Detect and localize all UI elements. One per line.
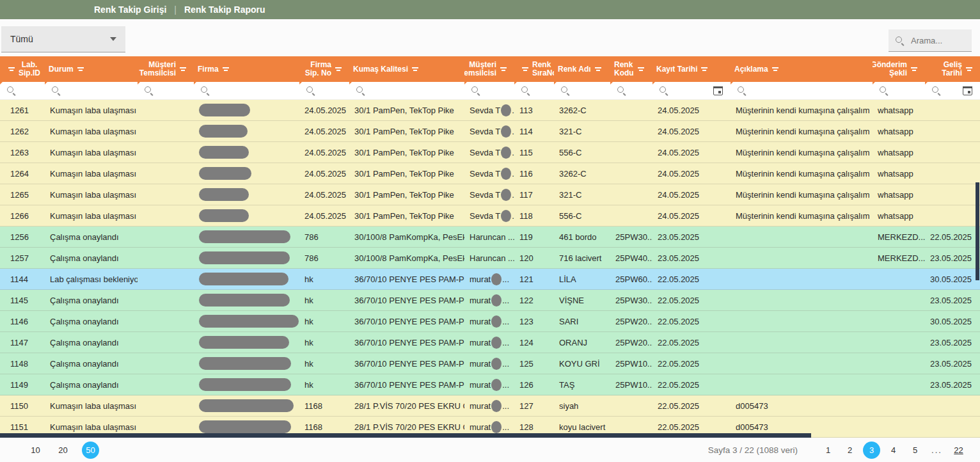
cell-lab-sip-id: 1150 [0,395,45,416]
filter-cell-musteri-temsilcisi-2[interactable] [464,82,514,99]
column-header-renk-sirano[interactable]: Renk SıraNo [514,56,554,82]
table-row[interactable]: 1264Kumaşın laba ulaşması ...24.05.20253… [0,163,980,184]
table-row[interactable]: 1263Kumaşın laba ulaşması ...24.05.20253… [0,142,980,163]
page-size-20[interactable]: 20 [54,442,72,459]
tab-renk-takip-raporu[interactable]: Renk Takip Raporu [177,4,273,15]
vertical-scrollbar-thumb[interactable] [976,182,979,280]
filter-cell-renk-sirano[interactable] [514,82,554,99]
filter-cell-firma[interactable] [194,82,299,99]
page-number-3[interactable]: 3 [863,442,880,459]
table-row[interactable]: 1262Kumaşın laba ulaşması ...24.05.20253… [0,121,980,142]
cell-musteri-temsilcisi-1 [138,248,194,268]
header-filter-icon[interactable] [335,67,342,72]
column-header-kumas-kalitesi[interactable]: Kumaş Kalitesi [349,56,464,82]
cell-kayit-tarihi: 22.05.2025 [652,290,731,310]
tab-renk-takip-girisi[interactable]: Renk Takip Girişi [86,4,174,15]
column-header-musteri-temsilcisi[interactable]: Müşteri Temsilcisi [138,56,194,82]
column-header-renk-adi[interactable]: Renk Adı [554,56,610,82]
cell-aciklama [731,290,873,310]
column-header-firma[interactable]: Firma [194,56,299,82]
page-number-5[interactable]: 5 [906,442,924,459]
page-size-10[interactable]: 10 [27,442,44,459]
cell-renk-adi: siyah [554,395,610,416]
header-filter-icon[interactable] [594,67,602,72]
page-size-50[interactable]: 50 [82,442,99,459]
filter-cell-aciklama[interactable] [731,82,873,99]
table-row[interactable]: 1265Kumaşın laba ulaşması ...24.05.20253… [0,184,980,205]
page-number-2[interactable]: 2 [841,442,858,459]
header-filter-icon[interactable] [411,67,419,72]
header-filter-icon[interactable] [8,67,15,72]
redaction-blob [491,294,502,307]
filter-cell-kayit-tarihi[interactable] [652,82,731,99]
calendar-icon[interactable] [963,86,972,95]
column-header-gonderim-sekli[interactable]: Gönderim Şekli [873,56,925,82]
table-row[interactable]: 1146Çalışma onaylandıhk36/70/10 PENYE PE… [0,311,980,332]
table-row[interactable]: 1256Çalışma onaylandı78630/100/8 PamKomp… [0,227,980,248]
cell-firma-sip-no: 24.05.2025 [299,142,349,163]
page-number-4[interactable]: 4 [885,442,902,459]
cell-kayit-tarihi: 22.05.2025 [652,332,731,353]
filter-dropdown[interactable]: Tümü [1,26,125,52]
column-header-firma-sip-no[interactable]: Firma Sip. No [299,56,349,82]
cell-kayit-tarihi: 24.05.2025 [652,163,731,184]
filter-cell-kumas-kalitesi[interactable] [349,82,464,99]
filter-cell-gelis-tarihi[interactable] [925,82,980,99]
column-header-renk-kodu[interactable]: Renk Kodu [610,56,652,82]
table-row[interactable]: 1257Çalışma onaylandı78630/100/8 PamKomp… [0,248,980,269]
table-row[interactable]: 1266Kumaşın laba ulaşması ...24.05.20253… [0,205,980,227]
table-row[interactable]: 1148Çalışma onaylandıhk36/70/10 PENYE PE… [0,353,980,374]
cell-musteri-temsilcisi-2: murat ... [464,395,514,416]
table-row[interactable]: 1149Çalışma onaylandıhk36/70/10 PENYE PE… [0,374,980,395]
search-input[interactable] [910,35,964,46]
cell-lab-sip-id: 1264 [0,163,45,184]
cell-kumas-kalitesi: 30/1 PamPen, TekTop Pike [349,100,464,120]
table-row[interactable]: 1261Kumaşın laba ulaşması ...24.05.20253… [0,100,980,121]
filter-cell-firma-sip-no[interactable] [299,82,349,99]
table-row[interactable]: 1147Çalışma onaylandıhk36/70/10 PENYE PE… [0,332,980,353]
cell-kayit-tarihi: 24.05.2025 [652,142,731,163]
redaction-blob [199,104,250,116]
column-header-durum[interactable]: Durum [45,56,138,82]
cell-renk-sirano: 127 [514,395,554,416]
cell-aciklama: Müşterinin kendi kumaşına çalışalım [731,163,873,184]
header-filter-icon[interactable] [771,67,779,72]
cell-durum: Çalışma onaylandı [45,227,138,247]
search-icon [737,86,747,95]
filter-cell-gonderim-sekli[interactable] [873,82,925,99]
page-number-22[interactable]: 22 [950,442,967,459]
column-header-aciklama[interactable]: Açıklama [731,56,873,82]
header-filter-icon[interactable] [500,67,507,72]
column-header-label: Müşteri Temsilcisi [464,61,496,77]
column-header-lab-sip-id[interactable]: Lab. Sip.ID [0,56,45,82]
cell-gonderim-sekli: whatsapp [873,142,925,163]
cell-firma-sip-no: 24.05.2025 [299,205,349,226]
header-filter-icon[interactable] [179,67,187,72]
filter-cell-musteri-temsilcisi[interactable] [138,82,194,99]
header-filter-icon[interactable] [222,67,230,72]
column-header-kayit-tarihi[interactable]: Kayıt Tarihi [652,56,731,82]
filter-cell-renk-kodu[interactable] [610,82,652,99]
header-filter-icon[interactable] [700,67,708,72]
table-row[interactable]: 1150Kumaşın laba ulaşması ...116828/1 P.… [0,395,980,417]
filter-cell-lab-sip-id[interactable] [0,82,45,99]
column-header-gelis-tarihi[interactable]: Geliş Tarihi [925,56,980,82]
search-box[interactable] [889,29,972,52]
header-filter-icon[interactable] [521,67,529,72]
cell-musteri-temsilcisi-1 [138,332,194,353]
column-header-musteri-temsilcisi-2[interactable]: Müşteri Temsilcisi [464,56,514,82]
filter-cell-renk-adi[interactable] [554,82,610,99]
cell-aciklama: Müşterinin kendi kumaşına çalışalım [731,184,873,205]
header-filter-icon[interactable] [965,67,973,72]
header-filter-icon[interactable] [637,67,645,72]
calendar-icon[interactable] [713,86,723,95]
search-icon [471,86,480,95]
header-filter-icon[interactable] [77,67,84,72]
cell-renk-sirano: 114 [514,121,554,141]
table-row[interactable]: 1144Lab çalışması bekleniyorhk36/70/10 P… [0,269,980,290]
horizontal-scrollbar-thumb[interactable] [0,433,811,438]
header-filter-icon[interactable] [910,67,918,72]
table-row[interactable]: 1145Çalışma onaylandıhk36/70/10 PENYE PE… [0,290,980,311]
filter-cell-durum[interactable] [45,82,138,99]
page-number-1[interactable]: 1 [819,442,837,459]
